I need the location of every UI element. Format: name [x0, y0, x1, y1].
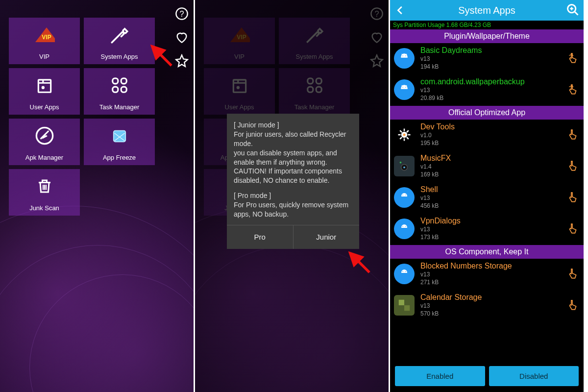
app-row[interactable]: com.android.wallpaperbackup v13 20.89 kB [390, 74, 584, 106]
android-icon [394, 48, 415, 69]
svg-text:VIP: VIP [42, 34, 51, 41]
app-size: 195 kB [420, 139, 455, 147]
home-grid: VIP VIP System Apps User Apps Task Manag… [9, 18, 155, 216]
junior-text: For junior users, also called Recycler m… [234, 130, 352, 148]
app-row[interactable]: Dev Tools v1.0 195 kB [390, 120, 584, 151]
tile-label: User Apps [30, 103, 59, 111]
app-row[interactable]: Blocked Numbers Storage v13 271 kB [390, 259, 584, 290]
broom-icon [34, 125, 55, 146]
svg-point-30 [402, 87, 403, 88]
tap-icon[interactable] [566, 84, 579, 97]
tap-icon[interactable] [566, 129, 579, 142]
tile-label: Task Manager [99, 103, 140, 111]
svg-rect-9 [121, 87, 126, 92]
tap-icon[interactable] [566, 223, 579, 236]
android-icon [394, 187, 415, 208]
tile-app-freeze[interactable]: App Freeze [84, 119, 155, 165]
disabled-button[interactable]: Disabled [489, 366, 579, 386]
app-size: 173 kB [420, 233, 461, 241]
app-version: v1.4 [420, 163, 451, 171]
svg-point-28 [402, 55, 403, 56]
tile-task-manager[interactable]: Task Manager [84, 68, 155, 115]
svg-point-46 [402, 195, 403, 196]
partition-usage: Sys Partition Usage 1.68 GB/4.23 GB [390, 21, 584, 29]
svg-rect-7 [121, 78, 126, 84]
grid-icon [109, 75, 130, 96]
app-name: Calendar Storage [420, 293, 482, 302]
app-name: MusicFX [420, 154, 451, 163]
trash-icon [34, 176, 55, 196]
app-version: v13 [420, 86, 525, 94]
svg-point-47 [405, 195, 406, 196]
tap-icon[interactable] [566, 160, 579, 173]
app-size: 194 kB [420, 63, 482, 71]
svg-point-50 [402, 271, 403, 272]
section-os: OS Component, Keep It [390, 245, 584, 259]
heart-icon[interactable] [175, 30, 189, 44]
tap-icon[interactable] [566, 268, 579, 281]
titlebar: System Apps [390, 0, 584, 21]
hammer-icon [109, 24, 130, 45]
pro-button[interactable]: Pro [227, 225, 293, 249]
svg-line-38 [407, 137, 409, 139]
gear-icon [394, 124, 415, 145]
app-row[interactable]: VpnDialogs v13 173 kB [390, 214, 584, 245]
svg-point-29 [405, 55, 406, 56]
svg-point-49 [405, 226, 406, 227]
side-toolbar: ? [175, 7, 189, 68]
back-button[interactable] [393, 3, 408, 18]
app-name: Blocked Numbers Storage [420, 262, 512, 270]
app-name: Basic Daydreams [420, 46, 482, 55]
app-name: Shell [420, 185, 439, 194]
svg-point-44 [403, 167, 405, 169]
app-size: 570 kB [420, 310, 482, 318]
tile-label: VIP [39, 53, 49, 60]
star-icon[interactable] [175, 54, 189, 68]
help-icon[interactable]: ? [175, 7, 189, 21]
svg-rect-53 [399, 300, 404, 305]
app-row[interactable]: Basic Daydreams v13 194 kB [390, 43, 584, 74]
app-name: com.android.wallpaperbackup [420, 77, 525, 86]
tile-user-apps[interactable]: User Apps [9, 68, 80, 115]
box-icon [34, 75, 55, 96]
tap-icon[interactable] [566, 299, 579, 312]
app-version: v13 [420, 55, 482, 63]
svg-rect-54 [404, 305, 410, 311]
junior-text: CAUTION! If important components disable… [234, 167, 352, 185]
junior-button[interactable]: Junior [293, 225, 360, 249]
app-size: 20.89 kB [420, 94, 525, 102]
app-size: 456 kB [420, 202, 439, 210]
app-row[interactable]: Shell v13 456 kB [390, 182, 584, 214]
search-icon[interactable] [566, 3, 581, 18]
svg-point-48 [402, 226, 403, 227]
android-icon [394, 79, 415, 100]
calendar-icon [394, 295, 415, 316]
svg-line-37 [400, 130, 402, 132]
tile-label: Junk Scan [29, 204, 59, 212]
tile-apk-manager[interactable]: Apk Manager [9, 119, 80, 165]
svg-text:?: ? [179, 9, 184, 18]
svg-line-25 [575, 12, 578, 15]
tap-icon[interactable] [566, 52, 579, 65]
android-icon [394, 219, 415, 239]
svg-point-5 [41, 86, 44, 89]
app-row[interactable]: MusicFX v1.4 169 kB [390, 151, 584, 182]
ice-icon [109, 125, 130, 146]
tap-icon[interactable] [566, 192, 579, 204]
mode-select-dialog: [ Junior mode ] For junior users, also c… [227, 114, 359, 249]
tile-system-apps[interactable]: System Apps [84, 18, 155, 64]
app-version: v13 [420, 302, 482, 310]
tile-junk-scan[interactable]: Junk Scan [9, 169, 80, 216]
tile-label: Apk Manager [25, 154, 63, 161]
panel-home: ? VIP VIP System Apps User A [0, 0, 195, 392]
enabled-button[interactable]: Enabled [395, 366, 485, 386]
app-version: v13 [420, 194, 439, 202]
filter-buttons: Enabled Disabled [390, 366, 584, 386]
tile-vip[interactable]: VIP VIP [9, 18, 80, 64]
tile-label: System Apps [101, 53, 138, 60]
pro-heading: [ Pro mode ] [234, 191, 352, 200]
svg-line-40 [407, 130, 409, 132]
vip-icon: VIP [34, 24, 55, 45]
app-version: v13 [420, 225, 461, 233]
app-row[interactable]: Calendar Storage v13 570 kB [390, 290, 584, 321]
